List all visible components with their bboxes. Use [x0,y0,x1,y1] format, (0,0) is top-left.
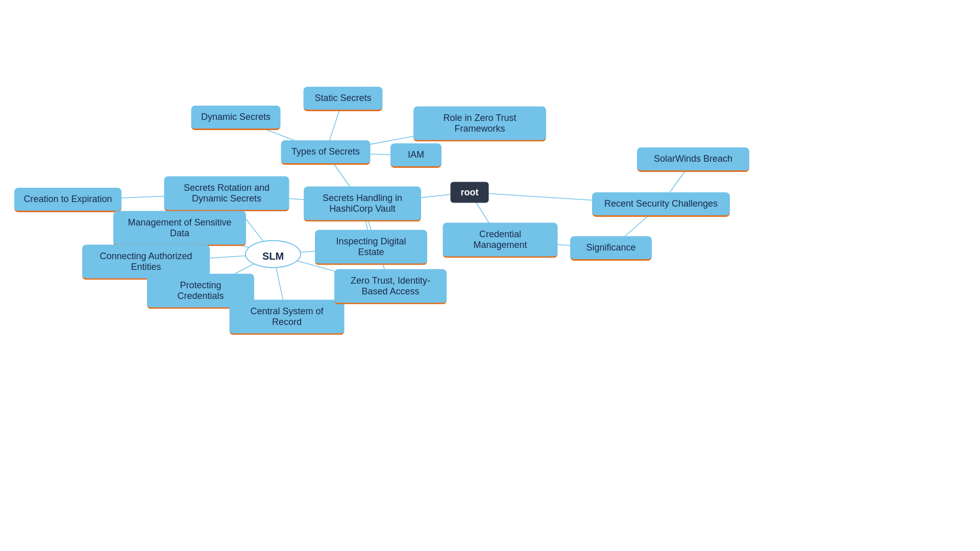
node-root[interactable]: root [451,182,489,203]
box-label: Central System of Record [230,300,345,335]
node-secrets-handling[interactable]: Secrets Handling in HashiCorp Vault [304,187,421,222]
node-types-of-secrets[interactable]: Types of Secrets [281,140,371,165]
node-central-system[interactable]: Central System of Record [230,300,345,335]
box-label: Role in Zero Trust Frameworks [413,107,546,142]
box-label: Dynamic Secrets [191,106,281,130]
node-zero-trust[interactable]: Zero Trust, Identity-Based Access [334,269,447,305]
box-label: Significance [570,236,652,261]
box-label: IAM [390,143,442,168]
node-iam[interactable]: IAM [390,143,442,168]
node-slm[interactable]: SLM [245,240,301,268]
node-significance[interactable]: Significance [570,236,652,261]
box-label: Types of Secrets [281,140,371,165]
root-label: root [451,182,489,203]
box-label: Secrets Handling in HashiCorp Vault [304,187,421,222]
box-label: SolarWinds Breach [637,147,749,172]
node-inspecting-digital[interactable]: Inspecting Digital Estate [315,230,427,265]
node-role-zero-trust[interactable]: Role in Zero Trust Frameworks [413,107,546,142]
box-label: Recent Security Challenges [592,192,730,217]
node-static-secrets[interactable]: Static Secrets [304,87,383,111]
box-label: Zero Trust, Identity-Based Access [334,269,447,305]
ellipse-label: SLM [245,240,301,268]
node-secrets-rotation[interactable]: Secrets Rotation and Dynamic Secrets [164,177,289,212]
node-management-sensitive[interactable]: Management of Sensitive Data [113,211,246,246]
node-recent-security[interactable]: Recent Security Challenges [592,192,730,217]
node-dynamic-secrets[interactable]: Dynamic Secrets [191,106,281,130]
box-label: Credential Management [443,223,558,258]
box-label: Secrets Rotation and Dynamic Secrets [164,177,289,212]
node-creation-to-expiration[interactable]: Creation to Expiration [14,188,121,212]
node-solarwinds[interactable]: SolarWinds Breach [637,147,749,172]
node-credential-management[interactable]: Credential Management [443,223,558,258]
box-label: Static Secrets [304,87,383,111]
box-label: Creation to Expiration [14,188,121,212]
box-label: Inspecting Digital Estate [315,230,427,265]
box-label: Management of Sensitive Data [113,211,246,246]
